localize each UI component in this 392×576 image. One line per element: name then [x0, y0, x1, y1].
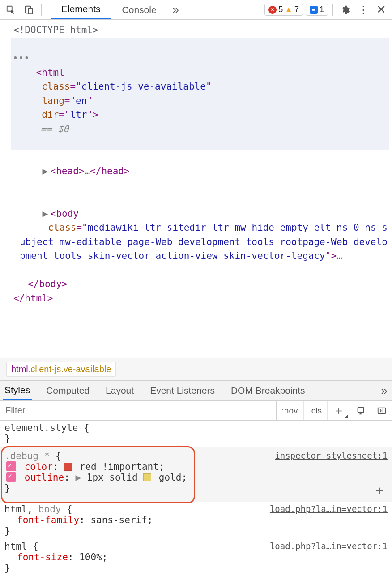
toggle-sidebar-icon[interactable] [371, 401, 392, 420]
add-property-button[interactable]: ＋ [373, 482, 386, 499]
body-close-line[interactable]: </body> [28, 277, 389, 292]
html-close-line[interactable]: </html> [13, 292, 389, 306]
issues-badge[interactable]: ≡ 1 [306, 4, 328, 16]
issues-count: 1 [320, 5, 324, 14]
main-tabs: Elements Console » [51, 0, 184, 19]
ellipsis-icon: ••• [13, 52, 30, 66]
breadcrumb-item[interactable]: html.client-js.ve-available [6, 362, 116, 377]
style-declaration[interactable]: font-size: 100%; [17, 552, 388, 563]
styles-subtabs: Styles Computed Layout Event Listeners D… [0, 380, 392, 401]
subtab-dom-breakpoints[interactable]: DOM Breakpoints [229, 381, 307, 400]
status-badges: ✕ 5 ▲ 7 ≡ 1 [264, 4, 328, 16]
rule-selector[interactable]: .debug * { [4, 451, 61, 461]
svg-rect-4 [378, 408, 386, 413]
selected-node-indicator: == $0 [41, 124, 69, 134]
device-styles-icon[interactable] [350, 401, 371, 420]
property-checkbox[interactable] [6, 461, 16, 471]
rule-selector[interactable]: html, body { [4, 504, 72, 515]
breadcrumb: html.client-js.ve-available [0, 358, 392, 380]
errors-count: 5 [278, 5, 283, 14]
subtab-computed[interactable]: Computed [44, 381, 91, 400]
subtab-styles[interactable]: Styles [3, 381, 32, 400]
svg-rect-2 [28, 8, 32, 14]
style-rule[interactable]: load.php?la…in=vector:1 html { font-size… [0, 539, 392, 576]
error-icon: ✕ [268, 6, 277, 14]
tab-overflow[interactable]: » [167, 0, 184, 19]
property-checkbox[interactable] [6, 472, 16, 482]
device-toggle-icon[interactable] [21, 2, 37, 18]
subtab-overflow[interactable]: » [379, 381, 389, 400]
rule-source-link[interactable]: load.php?la…in=vector:1 [270, 504, 388, 514]
color-swatch-icon[interactable] [143, 473, 151, 481]
close-icon[interactable]: ✕ [373, 2, 389, 18]
style-declaration[interactable]: color: red !important; [6, 461, 388, 472]
style-rule[interactable]: inspector-stylesheet:1 .debug * { color:… [0, 447, 392, 502]
style-declaration[interactable]: outline: ▶ 1px solid gold; [6, 472, 388, 483]
html-open-line[interactable]: ••• <html class="client-js ve-available"… [11, 38, 389, 150]
devtools-topbar: Elements Console » ✕ 5 ▲ 7 ≡ 1 ⋮ ✕ [0, 0, 392, 20]
rule-selector[interactable]: html { [4, 541, 38, 552]
rule-source-link[interactable]: inspector-stylesheet:1 [275, 451, 388, 460]
hov-button[interactable]: :hov [277, 401, 304, 420]
warnings-count: 7 [294, 5, 299, 14]
tab-console[interactable]: Console [111, 0, 167, 19]
expand-toggle-icon[interactable]: ▶ [43, 164, 51, 179]
body-open-line[interactable]: ▶<body class="mediawiki ltr sitedir-ltr … [20, 193, 389, 277]
style-rules: element.style {} inspector-stylesheet:1 … [0, 421, 392, 576]
subtab-event-listeners[interactable]: Event Listeners [148, 381, 217, 400]
svg-rect-3 [358, 407, 364, 412]
doctype-line[interactable]: <!DOCTYPE html> [13, 23, 389, 38]
expand-toggle-icon[interactable]: ▶ [43, 207, 51, 221]
head-line[interactable]: ▶<head>…</head> [20, 150, 389, 193]
select-element-icon[interactable] [3, 2, 19, 18]
style-rule[interactable]: load.php?la…in=vector:1 html, body { fon… [0, 502, 392, 539]
issues-icon: ≡ [310, 6, 318, 14]
styles-filter-input[interactable] [0, 401, 277, 420]
warning-icon: ▲ [285, 5, 293, 14]
cls-button[interactable]: .cls [304, 401, 328, 420]
kebab-menu-icon[interactable]: ⋮ [355, 2, 371, 18]
expand-shorthand-icon[interactable]: ▶ [75, 472, 86, 483]
separator [332, 4, 333, 16]
new-style-rule-button[interactable]: ＋◢ [328, 401, 350, 420]
subtab-layout[interactable]: Layout [104, 381, 136, 400]
style-rule[interactable]: element.style {} [0, 421, 392, 447]
rule-selector[interactable]: element.style { [4, 422, 89, 433]
styles-toolbar: :hov .cls ＋◢ [0, 401, 392, 421]
dom-tree[interactable]: <!DOCTYPE html> ••• <html class="client-… [0, 20, 392, 358]
settings-icon[interactable] [337, 2, 354, 18]
tab-elements[interactable]: Elements [51, 0, 111, 19]
style-declaration[interactable]: font-family: sans-serif; [17, 515, 388, 525]
separator [41, 4, 42, 16]
errors-badge[interactable]: ✕ 5 ▲ 7 [264, 4, 303, 16]
color-swatch-icon[interactable] [64, 463, 72, 471]
rule-source-link[interactable]: load.php?la…in=vector:1 [270, 541, 388, 551]
